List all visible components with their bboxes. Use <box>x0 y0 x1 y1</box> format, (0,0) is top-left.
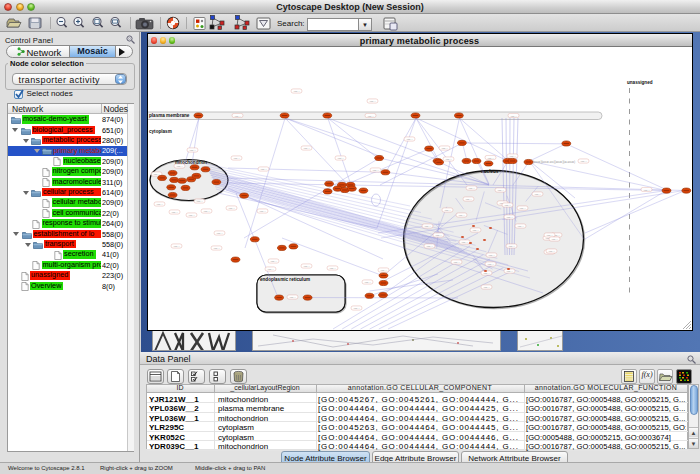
svg-text:(lab..): (lab..) <box>643 189 649 192</box>
svg-text:(lab..): (lab..) <box>372 169 378 172</box>
svg-text:(lab..): (lab..) <box>188 214 194 217</box>
svg-text:(lab..): (lab..) <box>509 155 515 158</box>
svg-text:(lab..): (lab..) <box>487 263 493 266</box>
svg-text:(lab..): (lab..) <box>519 207 525 210</box>
svg-text:(lab..): (lab..) <box>461 241 467 244</box>
svg-text:(lab..): (lab..) <box>453 261 459 264</box>
svg-text:endoplasmic reticulum: endoplasmic reticulum <box>260 277 310 282</box>
svg-text:(lab..): (lab..) <box>445 158 451 161</box>
svg-text:(lab..): (lab..) <box>472 229 478 232</box>
svg-text:(lab..): (lab..) <box>380 269 386 272</box>
svg-text:(lab..): (lab..) <box>406 138 412 141</box>
svg-text:(lab..): (lab..) <box>488 254 494 257</box>
svg-text:(lab..): (lab..) <box>189 149 195 152</box>
svg-text:(lab..): (lab..) <box>483 272 489 275</box>
svg-text:(lab..): (lab..) <box>458 214 464 217</box>
svg-text:(lab..): (lab..) <box>329 267 335 270</box>
svg-text:(lab..): (lab..) <box>364 281 370 284</box>
svg-text:(lab..): (lab..) <box>303 265 309 268</box>
svg-text:(lab..): (lab..) <box>444 209 450 212</box>
svg-text:(lab..): (lab..) <box>337 157 343 160</box>
svg-text:(lab..): (lab..) <box>228 207 234 210</box>
svg-text:(lab..): (lab..) <box>483 286 489 289</box>
svg-text:(lab..): (lab..) <box>216 232 222 235</box>
svg-text:cytoplasm: cytoplasm <box>149 129 172 134</box>
svg-text:(lab..): (lab..) <box>517 225 523 228</box>
svg-text:unassigned: unassigned <box>627 80 653 85</box>
svg-text:(lab..): (lab..) <box>504 204 510 207</box>
svg-text:plasma membrane: plasma membrane <box>149 113 190 118</box>
svg-text:(lab..): (lab..) <box>580 160 586 163</box>
svg-text:(lab..): (lab..) <box>259 210 265 213</box>
svg-text:(lab..): (lab..) <box>551 238 557 241</box>
svg-text:(assoc)(assoc.ass)(assoc)(as.a: (assoc)(assoc.ass)(assoc)(as.assoc) <box>533 160 575 164</box>
svg-text:(lab..): (lab..) <box>203 210 209 213</box>
svg-text:(lab..): (lab..) <box>506 270 512 273</box>
svg-text:(lab..): (lab..) <box>468 187 474 190</box>
svg-text:(lab..): (lab..) <box>506 216 512 219</box>
svg-text:(lab..): (lab..) <box>156 203 162 206</box>
svg-text:(lab..): (lab..) <box>426 245 432 248</box>
svg-text:(lab..): (lab..) <box>534 193 540 196</box>
svg-text:(lab..): (lab..) <box>234 115 240 118</box>
svg-text:(lab..): (lab..) <box>465 198 471 201</box>
svg-text:(lab..): (lab..) <box>303 147 309 150</box>
svg-text:(lab..): (lab..) <box>293 90 299 93</box>
svg-text:(lab..): (lab..) <box>441 147 447 150</box>
svg-text:(lab..): (lab..) <box>424 225 430 228</box>
svg-text:(lab..): (lab..) <box>267 268 273 271</box>
svg-text:(lab..): (lab..) <box>510 115 516 118</box>
svg-text:(lab..): (lab..) <box>487 157 493 160</box>
svg-text:(lab..): (lab..) <box>233 157 239 160</box>
svg-text:(lab..): (lab..) <box>367 115 373 118</box>
svg-text:(lab..): (lab..) <box>353 307 359 310</box>
svg-text:(lab..): (lab..) <box>270 260 276 263</box>
svg-text:(lab..): (lab..) <box>176 165 182 168</box>
svg-text:(lab..): (lab..) <box>435 234 441 237</box>
svg-text:(lab..): (lab..) <box>369 100 375 103</box>
svg-text:(lab..): (lab..) <box>173 245 179 248</box>
svg-text:(lab..): (lab..) <box>213 247 219 250</box>
svg-text:(lab..): (lab..) <box>289 296 295 299</box>
svg-text:(lab..): (lab..) <box>171 211 177 214</box>
svg-text:(lab..): (lab..) <box>548 250 554 253</box>
svg-text:(lab..): (lab..) <box>508 245 514 248</box>
svg-text:(lab..): (lab..) <box>497 189 503 192</box>
svg-text:(lab..): (lab..) <box>260 168 266 171</box>
svg-text:(lab..): (lab..) <box>196 200 202 203</box>
